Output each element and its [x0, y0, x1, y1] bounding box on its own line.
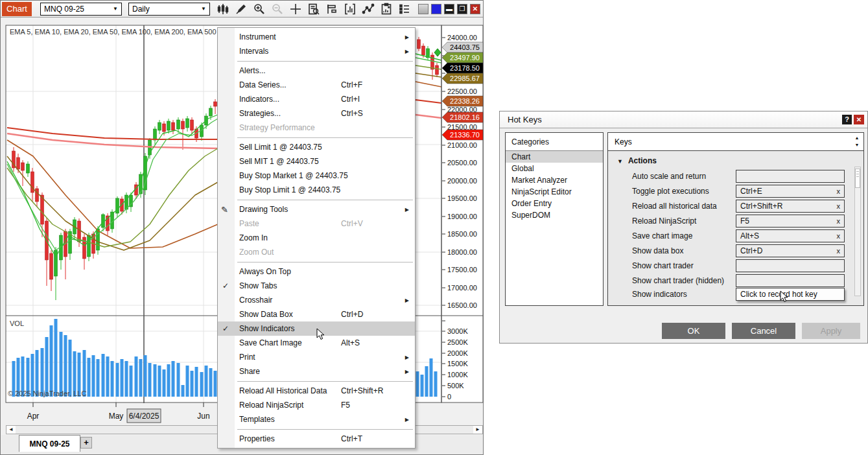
svg-text:© 2025 NinjaTrader, LLC: © 2025 NinjaTrader, LLC: [8, 390, 86, 397]
dialog-close-icon[interactable]: ✕: [854, 115, 864, 124]
properties-icon[interactable]: [397, 2, 412, 16]
menu-item-print[interactable]: Print▶: [218, 350, 415, 364]
ok-button[interactable]: OK: [662, 323, 725, 339]
hotkey-input[interactable]: Click to record hot key: [736, 288, 845, 301]
submenu-arrow-icon: ▶: [405, 207, 409, 213]
hotkey-input[interactable]: Ctrl+Dx: [736, 244, 845, 257]
menu-item-properties[interactable]: PropertiesCtrl+T: [218, 432, 415, 446]
category-item-chart[interactable]: Chart: [506, 151, 603, 163]
menu-item-strategies[interactable]: Strategies...Ctrl+S: [218, 106, 415, 121]
menu-item-strategy-performance: Strategy Performance: [218, 121, 415, 135]
menu-item-data-series[interactable]: Data Series...Ctrl+F: [218, 78, 415, 92]
chart-style-icon[interactable]: [215, 2, 231, 16]
hotkey-input[interactable]: [736, 274, 845, 287]
menu-item-buy-stop-limit-1-24403-75[interactable]: Buy Stop Limit 1 @ 24403.75: [218, 183, 415, 197]
menu-item-share[interactable]: Share▶: [218, 364, 415, 379]
maximize-button[interactable]: ❐: [457, 4, 467, 14]
menu-item-templates[interactable]: Templates▶: [218, 412, 415, 426]
zoom-in-icon[interactable]: [252, 2, 267, 16]
chevron-down-icon: ▼: [197, 6, 206, 12]
menu-item-alerts[interactable]: Alerts...: [218, 64, 415, 78]
menu-item-reload-all-historical-data[interactable]: Reload All Historical DataCtrl+Shift+R: [218, 384, 415, 398]
menu-item-crosshair[interactable]: Crosshair▶: [218, 293, 415, 307]
svg-text:EMA 5, EMA 10, EMA 20, EMA 50,: EMA 5, EMA 10, EMA 20, EMA 50, EMA 100, …: [10, 28, 217, 36]
menu-item-sell-limit-1-24403-75[interactable]: Sell Limit 1 @ 24403.75: [218, 140, 415, 154]
color-button[interactable]: [431, 4, 441, 14]
window-buttons: ▬ ❐ ✕: [416, 4, 480, 14]
menu-item-show-data-box[interactable]: Show Data BoxCtrl+D: [218, 307, 415, 321]
menu-separator: [237, 137, 413, 138]
hotkey-input[interactable]: Alt+Sx: [736, 229, 845, 242]
menu-item-reload-ninjascript[interactable]: Reload NinjaScriptF5: [218, 398, 415, 412]
menu-item-always-on-top[interactable]: Always On Top: [218, 264, 415, 279]
drawing-tools-icon[interactable]: [233, 2, 249, 16]
menu-item-instrument[interactable]: Instrument▶: [218, 30, 415, 44]
svg-text:18000.00: 18000.00: [447, 248, 477, 256]
menu-item-buy-stop-market-1-24403-75[interactable]: Buy Stop Market 1 @ 24403.75: [218, 169, 415, 183]
svg-text:23178.50: 23178.50: [450, 64, 480, 72]
menu-item-paste: PasteCtrl+V: [218, 216, 415, 231]
menu-item-label: Save Chart Image: [239, 338, 302, 347]
actions-group-header[interactable]: ▼Actions: [617, 156, 657, 165]
remove-hotkey-icon[interactable]: x: [837, 202, 841, 210]
menu-item-label: Zoom Out: [239, 248, 274, 257]
category-item-order-entry[interactable]: Order Entry: [506, 198, 603, 209]
category-item-market-analyzer[interactable]: Market Analyzer: [506, 174, 603, 186]
menu-item-label: Show Indicators: [239, 324, 294, 333]
menu-shortcut: Ctrl+V: [341, 219, 363, 228]
tab-mnq-09-25[interactable]: MNQ 09-25: [19, 435, 80, 452]
menu-shortcut: Ctrl+Shift+R: [341, 386, 383, 395]
strategies-icon[interactable]: [360, 2, 376, 16]
svg-text:3000K: 3000K: [447, 327, 468, 335]
interval-dropdown[interactable]: Daily ▼: [128, 3, 210, 16]
hotkey-input[interactable]: [736, 170, 845, 183]
help-button[interactable]: ?: [842, 115, 852, 124]
theme-button[interactable]: [418, 4, 428, 14]
hotkey-input[interactable]: Ctrl+Shift+Rx: [736, 200, 845, 213]
menu-item-drawing-tools[interactable]: ✎Drawing Tools▶: [218, 202, 415, 216]
menu-separator: [237, 429, 413, 430]
minimize-button[interactable]: ▬: [444, 4, 454, 14]
menu-item-label: Strategies...: [239, 109, 281, 118]
menu-item-sell-mit-1-24403-75[interactable]: Sell MIT 1 @ 24403.75: [218, 154, 415, 169]
add-tab-button[interactable]: +: [80, 437, 92, 449]
category-item-global[interactable]: Global: [506, 163, 603, 174]
scroll-left-icon[interactable]: ◄: [6, 426, 16, 434]
indicators-icon[interactable]: [342, 2, 358, 16]
svg-text:17500.00: 17500.00: [447, 266, 477, 274]
instrument-dropdown[interactable]: MNQ 09-25 ▼: [40, 3, 122, 16]
menu-separator: [237, 61, 413, 62]
cancel-button[interactable]: Cancel: [732, 323, 795, 339]
chart-trader-icon[interactable]: [324, 2, 340, 16]
data-box-icon[interactable]: [306, 2, 322, 16]
hotkey-input[interactable]: Ctrl+Ex: [736, 185, 845, 198]
checkmark-icon: ✓: [222, 324, 229, 333]
menu-shortcut: Alt+S: [341, 338, 360, 347]
hotkey-action-label: Toggle plot executions: [632, 187, 709, 196]
menu-item-indicators[interactable]: Indicators...Ctrl+I: [218, 92, 415, 106]
crosshair-icon[interactable]: [288, 2, 303, 16]
menu-item-intervals[interactable]: Intervals▶: [218, 44, 415, 58]
chart-tab-button[interactable]: Chart: [2, 2, 32, 16]
menu-item-show-tabs[interactable]: ✓Show Tabs: [218, 279, 415, 293]
apply-button[interactable]: Apply: [802, 323, 860, 339]
close-button[interactable]: ✕: [470, 4, 480, 14]
scroll-right-icon[interactable]: ►: [473, 426, 482, 434]
remove-hotkey-icon[interactable]: x: [837, 232, 841, 240]
hotkey-input[interactable]: F5x: [736, 215, 845, 228]
spinner-icons[interactable]: ▲▼: [852, 134, 862, 148]
category-item-superdom[interactable]: SuperDOM: [506, 209, 603, 221]
hotkey-action-label: Reload all historical data: [632, 202, 717, 211]
hotkey-input[interactable]: [736, 259, 845, 272]
remove-hotkey-icon[interactable]: x: [837, 187, 841, 195]
menu-separator: [237, 381, 413, 382]
svg-text:2500K: 2500K: [447, 338, 468, 346]
menu-item-zoom-in[interactable]: Zoom In: [218, 231, 415, 245]
category-item-ninjascript-editor[interactable]: NinjaScript Editor: [506, 186, 603, 198]
remove-hotkey-icon[interactable]: x: [837, 217, 841, 225]
categories-header: Categories: [506, 133, 603, 151]
zoom-out-icon[interactable]: [270, 2, 285, 16]
remove-hotkey-icon[interactable]: x: [837, 247, 841, 255]
svg-text:1000K: 1000K: [447, 371, 468, 379]
templates-icon[interactable]: [379, 2, 394, 16]
